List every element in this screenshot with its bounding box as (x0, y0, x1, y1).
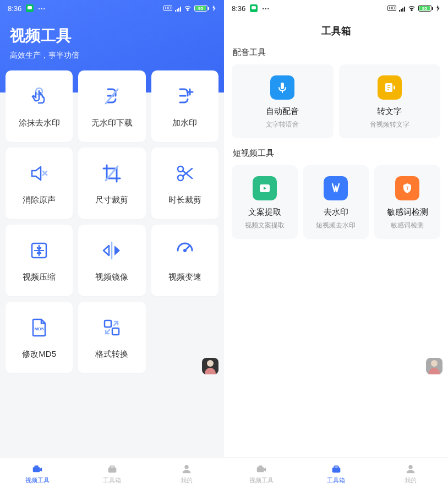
tool-wm[interactable]: 去水印短视频去水印 (303, 165, 369, 239)
svg-rect-22 (110, 466, 114, 469)
tool-card-compress[interactable]: 视频压缩 (6, 225, 73, 296)
card-label: 格式转换 (95, 349, 128, 360)
svg-text:MD5: MD5 (35, 326, 44, 331)
charging-icon (436, 5, 440, 12)
tool-title: 自动配音 (266, 106, 299, 117)
svg-rect-31 (334, 466, 338, 469)
svg-rect-28 (257, 467, 264, 472)
stamp-slash-icon (100, 85, 123, 108)
card-label: 视频压缩 (23, 272, 56, 282)
tool-card-stamp-plus[interactable]: 加水印 (151, 70, 218, 142)
toolbox-icon (330, 463, 342, 475)
stamp-plus-icon (173, 85, 196, 108)
svg-rect-17 (105, 320, 111, 327)
tool-subtitle: 敏感词检测 (391, 221, 424, 230)
tool-card-convert[interactable]: 格式转换 (78, 302, 145, 373)
signal-icon (175, 6, 181, 12)
card-label: 时长裁剪 (168, 195, 201, 205)
tool-card-crop[interactable]: 尺寸裁剪 (78, 148, 145, 219)
tool-card-mute[interactable]: 消除原声 (6, 148, 73, 219)
tool-title: 去水印 (324, 207, 348, 217)
wechat-icon (250, 4, 258, 12)
tool-card-tap[interactable]: 涂抹去水印 (6, 70, 73, 142)
status-time: 8:36 (232, 4, 245, 13)
nav-toolbox[interactable]: 工具箱 (299, 458, 374, 490)
battery-icon: 95 (194, 5, 209, 12)
wechat-icon (26, 4, 34, 12)
card-label: 修改MD5 (22, 349, 56, 360)
phone-left: 8:36 ··· HD 95 视频工具 高效生产，事半功倍 涂抹去水印无水印下载… (0, 0, 224, 490)
section: 短视频工具文案提取视频文案提取去水印短视频去水印T敏感词检测敏感词检测 (232, 148, 440, 239)
camera-icon (31, 463, 43, 475)
md5-icon: MD5 (28, 316, 51, 339)
tool-card-md5[interactable]: MD5修改MD5 (6, 302, 73, 373)
card-label: 无水印下载 (91, 118, 133, 128)
tool-mic[interactable]: 自动配音文字转语音 (232, 64, 334, 138)
phone-right: 8:36 ··· HD 95 工具箱 配音工具自动配音文字转语音转文字音视频转文… (224, 0, 448, 490)
svg-point-23 (185, 465, 189, 469)
hero-title: 视频工具 (10, 25, 214, 46)
tool-card-speed[interactable]: 视频变速 (151, 225, 218, 296)
svg-rect-19 (33, 467, 40, 472)
tap-icon (28, 85, 51, 108)
svg-rect-18 (112, 328, 119, 335)
nav-video-tools[interactable]: 视频工具 (224, 458, 299, 490)
tool-title: 文案提取 (248, 207, 281, 217)
bottom-nav: 视频工具 工具箱 我的 (0, 457, 224, 490)
tool-card-scissors[interactable]: 时长裁剪 (151, 148, 218, 219)
compress-icon (28, 239, 51, 262)
status-more-icon: ··· (38, 4, 46, 13)
status-time: 8:36 (8, 4, 21, 13)
battery-icon: 95 (418, 5, 433, 12)
charging-icon (212, 5, 216, 12)
crop-icon (100, 162, 123, 185)
nav-mine[interactable]: 我的 (373, 458, 448, 490)
card-label: 涂抹去水印 (19, 118, 60, 128)
user-icon (405, 463, 417, 475)
mute-icon (28, 162, 51, 185)
mirror-icon (100, 239, 123, 262)
nav-mine[interactable]: 我的 (149, 458, 224, 490)
tool-play-doc[interactable]: 文案提取视频文案提取 (232, 165, 298, 239)
tool-subtitle: 短视频去水印 (316, 221, 356, 230)
nav-toolbox[interactable]: 工具箱 (75, 458, 150, 490)
mic-icon (270, 75, 294, 100)
wifi-icon (408, 6, 416, 12)
card-label: 视频镜像 (95, 272, 128, 282)
page-title: 工具箱 (224, 24, 448, 37)
svg-line-15 (185, 246, 189, 251)
toolbox-icon (106, 463, 118, 475)
text-icon (378, 75, 402, 100)
hd-icon: HD (163, 6, 172, 11)
shield-icon: T (395, 176, 419, 200)
tool-title: 转文字 (377, 106, 402, 117)
page-header: 工具箱 (224, 17, 448, 47)
hd-icon: HD (387, 6, 396, 11)
tool-card-stamp-slash[interactable]: 无水印下载 (78, 70, 145, 142)
hero-subtitle: 高效生产，事半功倍 (10, 51, 214, 61)
svg-text:T: T (406, 186, 409, 191)
bottom-nav: 视频工具 工具箱 我的 (224, 457, 448, 490)
card-label: 视频变速 (168, 272, 201, 282)
svg-rect-24 (281, 83, 284, 89)
tool-card-mirror[interactable]: 视频镜像 (78, 225, 145, 296)
card-label: 加水印 (172, 118, 197, 128)
scissors-icon (173, 162, 196, 185)
section: 配音工具自动配音文字转语音转文字音视频转文字 (232, 47, 440, 138)
floating-avatar-button[interactable] (202, 358, 218, 374)
nav-video-tools[interactable]: 视频工具 (0, 458, 75, 490)
section-title: 短视频工具 (232, 148, 440, 159)
status-bar: 8:36 ··· HD 95 (0, 0, 224, 17)
svg-rect-20 (34, 466, 38, 467)
tool-title: 敏感词检测 (387, 207, 428, 217)
wm-icon (324, 176, 348, 200)
status-more-icon: ··· (262, 4, 270, 13)
tool-shield[interactable]: T敏感词检测敏感词检测 (374, 165, 440, 239)
user-icon (181, 463, 193, 475)
svg-rect-29 (258, 466, 262, 467)
signal-icon (399, 6, 405, 12)
section-title: 配音工具 (232, 47, 440, 58)
tool-subtitle: 文字转语音 (266, 120, 299, 129)
floating-avatar-button[interactable] (426, 358, 442, 374)
tool-text[interactable]: 转文字音视频转文字 (339, 64, 441, 138)
